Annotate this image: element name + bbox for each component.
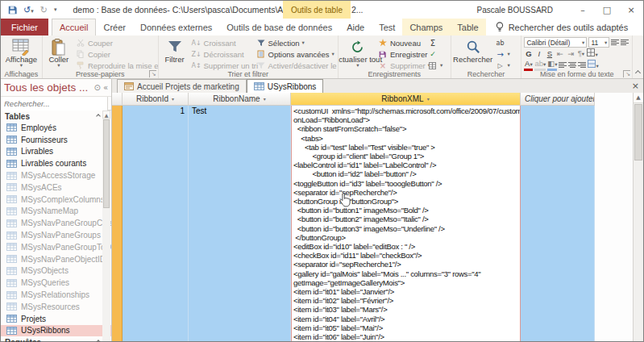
text-direction-button[interactable]: ¶ — [576, 49, 585, 58]
font-name-combo[interactable]: Calibri (Détail) — [524, 37, 587, 48]
collapse-ribbon-button[interactable] — [633, 35, 643, 78]
ribbon-tab[interactable]: Outils de base de données — [219, 19, 339, 35]
ribbon-tab[interactable]: Accueil — [52, 19, 96, 35]
nav-item-table[interactable]: MSysResources — [1, 301, 111, 313]
cell-add-column[interactable] — [521, 106, 595, 341]
contextual-ribbon-tab[interactable]: Table — [450, 19, 485, 35]
sort-ascending-button[interactable]: A↓ Croissant — [192, 37, 253, 48]
nav-item-table[interactable]: Fournisseurs — [1, 134, 111, 146]
nav-item-table[interactable]: MSysNavPaneGroupToObj... — [1, 241, 111, 253]
find-button[interactable]: Rechercher — [454, 37, 492, 64]
numbered-list-icon[interactable] — [621, 40, 629, 45]
affichage-button[interactable]: Affichage — [3, 37, 39, 68]
underline-button[interactable]: S — [545, 50, 554, 58]
cell-ribbonname[interactable]: Test — [189, 106, 291, 341]
column-header-ribbonname[interactable]: RibbonName▾ — [189, 93, 291, 106]
cell-ribbonid[interactable]: 1 — [123, 106, 189, 341]
paste-button[interactable]: Coller — [45, 37, 73, 68]
ribbon-tab[interactable]: Données externes — [133, 19, 219, 35]
close-document-icon[interactable]: × — [632, 81, 639, 91]
nav-item-table[interactable]: MSysObjects — [1, 265, 111, 277]
save-record-button[interactable]: Enregistrer — [378, 48, 425, 60]
ribbon-tab[interactable]: Créer — [96, 19, 133, 35]
scrollbar-thumb[interactable] — [634, 104, 642, 161]
nav-item-table[interactable]: MSysNavPaneGroups — [1, 229, 111, 241]
doc-tab-usysribbons[interactable]: USysRibbons — [247, 79, 324, 93]
new-record-button[interactable]: Nouveau — [378, 37, 425, 48]
nav-item-table[interactable]: MSysNavPaneObjectIDs — [1, 253, 111, 265]
italic-button[interactable]: I — [534, 50, 543, 58]
select-all-corner[interactable] — [112, 93, 123, 106]
goto-button[interactable]: → — [496, 48, 515, 60]
align-left-icon[interactable] — [559, 62, 567, 68]
nav-search-input[interactable] — [1, 97, 108, 111]
vertical-scrollbar[interactable]: ▲ — [633, 93, 643, 341]
tab-fichier[interactable]: Fichier — [1, 19, 48, 35]
nav-item-table[interactable]: MSysNameMap — [1, 206, 111, 218]
nav-item-table[interactable]: MSysComplexColumns — [1, 194, 111, 206]
nav-item-table[interactable]: MSysACEs — [1, 181, 111, 194]
nav-item-table[interactable]: Livrables courants — [1, 157, 111, 169]
tell-me-box[interactable]: Rechercher des outils adaptés — [496, 19, 629, 35]
replace-button[interactable]: ab — [496, 37, 515, 48]
refresh-all-button[interactable]: Actualiser tout — [341, 37, 375, 68]
nav-item-table[interactable]: MSysNavPaneGroupCateg... — [1, 217, 111, 229]
nav-menu-icon[interactable]: ⊙ — [93, 83, 100, 92]
selection-button[interactable]: Sélection — [256, 37, 339, 48]
delete-record-button[interactable]: × Supprimer — [378, 60, 425, 71]
toggle-filter-button[interactable]: Activer/désactiver le filtre — [256, 60, 339, 71]
close-button[interactable]: × — [619, 1, 643, 19]
cell-ribbonxml[interactable]: <customUI xmlns="http://schemas.microsof… — [291, 106, 521, 341]
filter-button[interactable]: Filtrer — [161, 37, 189, 64]
minimize-button[interactable]: – — [571, 1, 595, 19]
account-user-name[interactable]: Pascale BOUSSARD — [477, 6, 553, 15]
font-size-combo[interactable]: 11 — [588, 37, 609, 48]
bold-button[interactable]: G — [524, 50, 533, 58]
nav-item-table[interactable]: Employés — [1, 122, 111, 134]
nav-item-table[interactable]: Livrables — [1, 146, 111, 158]
nav-item-table[interactable]: MSysAccessStorage — [1, 169, 111, 181]
undo-icon[interactable]: ↺▾ — [23, 6, 34, 15]
align-right-icon[interactable] — [578, 62, 586, 68]
ribbon-tab[interactable]: Test — [372, 19, 402, 35]
scroll-up-icon[interactable]: ▲ — [634, 93, 643, 103]
gridlines-button[interactable] — [587, 48, 597, 59]
ribbon-tab[interactable]: Aide — [339, 19, 372, 35]
copy-button[interactable]: Copier — [76, 48, 159, 60]
dialog-launcher-icon[interactable]: ↘ — [149, 70, 156, 77]
nav-item-table[interactable]: USysRibbons — [1, 325, 111, 337]
cut-button[interactable]: Couper — [76, 37, 159, 48]
sort-descending-button[interactable]: Z↓ Décroissant — [192, 48, 253, 60]
nav-group-tables[interactable]: Tables — [1, 111, 111, 122]
nav-scrollbar-thumb[interactable] — [103, 119, 110, 208]
decrease-indent-icon[interactable]: ⇤ — [555, 50, 564, 58]
nav-item-table[interactable]: MSysQueries — [1, 277, 111, 289]
doc-tab-accueil-projets[interactable]: Accueil Projets de marketing — [117, 79, 247, 93]
save-icon[interactable] — [8, 6, 17, 15]
spelling-button[interactable]: ✓ — [428, 48, 444, 60]
nav-scrollbar[interactable]: ▲ — [102, 111, 110, 341]
scroll-up-icon[interactable]: ▲ — [102, 111, 110, 119]
format-painter-button[interactable]: Reproduire la mise en forme — [76, 60, 159, 71]
column-header-ribbonid[interactable]: RibbonId▾ — [123, 93, 189, 106]
column-header-ribbonxml[interactable]: RibbonXML▾ — [291, 93, 521, 106]
row-selector[interactable] — [112, 106, 123, 341]
redo-icon[interactable]: ↻ — [40, 6, 48, 15]
nav-item-table[interactable]: MSysRelationships — [1, 289, 111, 301]
select-button[interactable]: ▷ — [496, 60, 515, 71]
remove-sort-button[interactable]: A↕ Supprimer un tri — [192, 60, 253, 71]
font-color-button[interactable]: A — [524, 60, 533, 71]
customize-qat-icon[interactable]: ▾ — [54, 6, 57, 13]
bullet-list-icon[interactable] — [611, 40, 619, 45]
nav-item-table[interactable]: Projets — [1, 313, 111, 325]
dialog-launcher-icon[interactable]: ↘ — [623, 70, 630, 77]
increase-indent-icon[interactable]: ⇥ — [566, 50, 575, 58]
shutter-close-icon[interactable]: « — [103, 83, 108, 92]
advanced-options-button[interactable]: Options avancées — [256, 48, 339, 60]
maximize-button[interactable]: □ — [595, 1, 619, 19]
more-records-button[interactable] — [428, 60, 444, 71]
column-header-add-column[interactable]: Cliquer pour ajouter▾ — [521, 93, 595, 106]
contextual-ribbon-tab[interactable]: Champs — [402, 19, 450, 35]
background-color-button[interactable]: ◧ — [547, 60, 557, 71]
highlight-color-button[interactable]: ab — [534, 60, 546, 71]
